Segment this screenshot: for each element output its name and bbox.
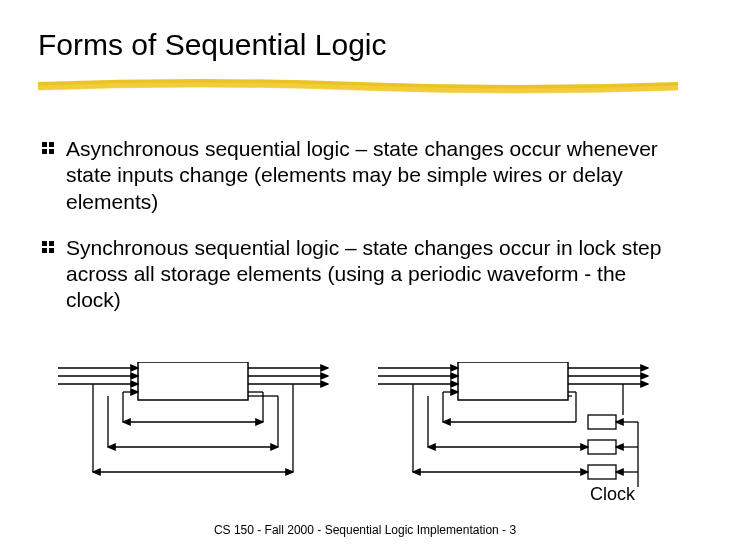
slide-title: Forms of Sequential Logic [0,0,730,62]
slide-footer: CS 150 - Fall 2000 - Sequential Logic Im… [0,523,730,537]
svg-rect-8 [138,362,248,400]
svg-rect-5 [49,241,54,246]
svg-rect-0 [42,142,47,147]
sync-diagram [358,362,678,492]
svg-rect-35 [588,415,616,429]
svg-rect-2 [42,149,47,154]
svg-rect-6 [42,248,47,253]
bullet-text: Asynchronous sequential logic – state ch… [66,136,680,215]
bullet-text: Synchronous sequential logic – state cha… [66,235,680,314]
bullet-item: Asynchronous sequential logic – state ch… [40,136,680,215]
zapf-bullet-icon [40,239,56,255]
diagram-area [38,362,678,492]
bullet-list: Asynchronous sequential logic – state ch… [40,136,680,334]
title-underline [38,78,678,96]
bullet-item: Synchronous sequential logic – state cha… [40,235,680,314]
svg-rect-1 [49,142,54,147]
clock-label: Clock [590,484,635,505]
svg-rect-36 [588,440,616,454]
svg-rect-37 [588,465,616,479]
zapf-bullet-icon [40,140,56,156]
svg-rect-3 [49,149,54,154]
async-diagram [38,362,338,492]
svg-rect-7 [49,248,54,253]
svg-rect-28 [458,362,568,400]
svg-rect-4 [42,241,47,246]
